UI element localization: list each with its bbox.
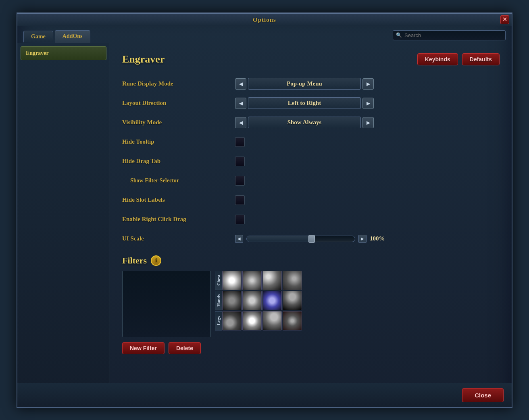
search-input[interactable] [393, 30, 506, 40]
show-filter-selector-checkbox[interactable] [235, 176, 245, 186]
filter-icon-hands-2[interactable] [242, 291, 262, 310]
tab-game[interactable]: Game [23, 31, 53, 42]
main-content: Engraver Engraver Keybinds Defaults Rune… [17, 43, 512, 400]
tab-area: Game AddOns 🔍 [17, 26, 512, 43]
filter-icon-chest-3[interactable] [262, 271, 282, 290]
layout-direction-label: Layout Direction [122, 100, 235, 107]
filter-icon-row-chest [222, 271, 302, 290]
hide-slot-labels-row: Hide Slot Labels [122, 192, 500, 209]
visibility-mode-label: Visibility Mode [122, 119, 235, 126]
layout-direction-value: Left to Right [248, 97, 361, 109]
enable-right-click-drag-label: Enable Right Click Drag [122, 216, 235, 223]
hide-tooltip-row: Hide Tooltip [122, 134, 500, 150]
hide-tooltip-label: Hide Tooltip [122, 138, 235, 145]
visibility-mode-next[interactable]: ▶ [362, 117, 374, 128]
settings-grid: Rune Display Mode ◀ Pop-up Menu ▶ Layout… [122, 75, 500, 247]
rune-display-mode-next[interactable]: ▶ [362, 78, 374, 90]
filters-info-icon[interactable]: i [151, 255, 161, 266]
rune-display-mode-label: Rune Display Mode [122, 80, 235, 87]
page-title: Engraver [122, 53, 165, 65]
rune-display-mode-row: Rune Display Mode ◀ Pop-up Menu ▶ [122, 75, 500, 92]
show-filter-selector-label: Show Filter Selector [122, 178, 235, 184]
filter-list[interactable] [122, 271, 211, 337]
layout-direction-prev[interactable]: ◀ [235, 98, 246, 109]
sidebar-item-engraver[interactable]: Engraver [21, 46, 106, 60]
ui-scale-row: UI Scale ◀ ▶ 100% [122, 230, 500, 247]
filters-section-title: Filters i [122, 255, 500, 266]
filter-icon-row-hands [222, 291, 302, 310]
main-window: Options ✕ Game AddOns 🔍 Engraver Engrav [17, 13, 512, 408]
filter-icon-hands-3[interactable] [262, 291, 282, 310]
content-area: Engraver Keybinds Defaults Rune Display … [110, 43, 512, 400]
visibility-mode-control: ◀ Show Always ▶ [235, 117, 374, 128]
filter-grid: Chest Hands [215, 271, 302, 330]
hide-slot-labels-checkbox[interactable] [235, 195, 245, 205]
layout-direction-control: ◀ Left to Right ▶ [235, 97, 374, 109]
ui-scale-thumb[interactable] [308, 235, 315, 243]
content-header: Engraver Keybinds Defaults [122, 53, 500, 65]
filter-icon-hands-1[interactable] [222, 291, 242, 310]
window-title: Options [253, 17, 276, 23]
filter-row-chest: Chest [215, 271, 302, 290]
hide-drag-tab-checkbox[interactable] [235, 157, 245, 166]
show-filter-selector-row: Show Filter Selector [122, 172, 500, 189]
filter-buttons: New Filter Delete [122, 342, 500, 354]
filter-row-legs: Legs [215, 311, 302, 330]
hide-drag-tab-label: Hide Drag Tab [122, 158, 235, 165]
ui-scale-label: UI Scale [122, 235, 235, 242]
hide-slot-labels-label: Hide Slot Labels [122, 196, 235, 203]
ui-scale-value: 100% [370, 235, 388, 242]
filter-icons-chest [222, 271, 302, 290]
title-bar: Options ✕ [17, 14, 512, 26]
ui-scale-track[interactable] [246, 236, 355, 242]
ui-scale-decrease[interactable]: ◀ [235, 235, 243, 243]
filter-icon-legs-4[interactable] [283, 311, 302, 330]
defaults-button[interactable]: Defaults [462, 53, 500, 65]
visibility-mode-value: Show Always [248, 117, 361, 128]
delete-filter-button[interactable]: Delete [169, 342, 201, 354]
header-buttons: Keybinds Defaults [417, 53, 500, 65]
filter-icons-legs [222, 311, 302, 330]
filter-icon-legs-2[interactable] [242, 311, 262, 330]
search-icon: 🔍 [396, 32, 402, 38]
layout-direction-row: Layout Direction ◀ Left to Right ▶ [122, 95, 500, 112]
filter-row-hands: Hands [215, 291, 302, 310]
hide-tooltip-checkbox[interactable] [235, 137, 245, 147]
rune-display-mode-control: ◀ Pop-up Menu ▶ [235, 78, 374, 90]
filter-icon-chest-4[interactable] [283, 271, 302, 290]
layout-direction-next[interactable]: ▶ [362, 98, 374, 109]
visibility-mode-row: Visibility Mode ◀ Show Always ▶ [122, 114, 500, 131]
keybinds-button[interactable]: Keybinds [417, 53, 458, 65]
hide-drag-tab-row: Hide Drag Tab [122, 153, 500, 170]
filter-label-chest: Chest [215, 271, 222, 290]
ui-scale-increase[interactable]: ▶ [358, 235, 367, 243]
filter-label-hands: Hands [215, 291, 222, 310]
window-close-button[interactable]: ✕ [500, 15, 509, 24]
enable-right-click-drag-checkbox[interactable] [235, 215, 245, 224]
ui-scale-fill [247, 236, 312, 242]
visibility-mode-prev[interactable]: ◀ [235, 117, 246, 128]
filter-icon-row-legs [222, 311, 302, 330]
tab-addons[interactable]: AddOns [55, 30, 90, 43]
sidebar: Engraver [17, 43, 110, 400]
bottom-bar: Close [17, 383, 512, 407]
rune-display-mode-prev[interactable]: ◀ [235, 78, 246, 90]
new-filter-button[interactable]: New Filter [122, 342, 165, 354]
filters-container: Chest Hands [122, 271, 500, 337]
ui-scale-control: ◀ ▶ 100% [235, 235, 388, 243]
rune-display-mode-value: Pop-up Menu [248, 78, 361, 90]
filter-icon-legs-3[interactable] [262, 311, 282, 330]
close-button[interactable]: Close [462, 388, 504, 402]
filter-icon-hands-4[interactable] [283, 291, 302, 310]
filter-icons-hands [222, 291, 302, 310]
filter-icon-chest-1[interactable] [222, 271, 242, 290]
filter-icon-chest-2[interactable] [242, 271, 262, 290]
enable-right-click-drag-row: Enable Right Click Drag [122, 211, 500, 228]
filter-label-legs: Legs [215, 311, 222, 330]
filter-icon-legs-1[interactable] [222, 311, 242, 330]
search-area: 🔍 [393, 30, 506, 40]
